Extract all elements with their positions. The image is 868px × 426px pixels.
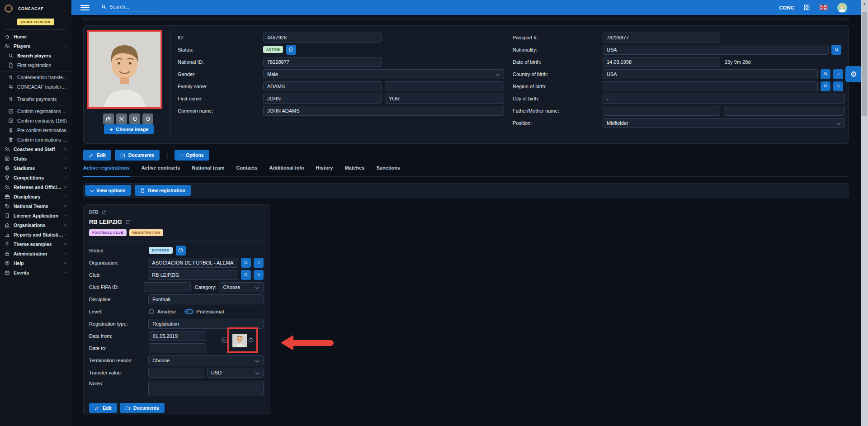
position-select[interactable]: Midfielder [603,118,845,128]
club-input[interactable] [148,270,238,280]
club-fifa-id-input[interactable] [144,282,191,292]
category-select[interactable]: Choose [219,282,264,292]
transfer-value-input[interactable] [148,368,204,378]
sidebar-item[interactable]: Confederation transfers (15) [0,71,71,82]
new-registration-button[interactable]: New registration [135,185,191,196]
choose-image-button[interactable]: + Choose image [104,124,154,134]
tab[interactable]: National team [192,165,224,176]
sidebar-item[interactable]: Search players [0,51,71,60]
kebab-icon[interactable]: ⋮ [163,152,171,159]
organisation-clear-button[interactable] [254,258,264,268]
family-name-input[interactable] [263,81,382,91]
currency-select[interactable]: USD [207,368,264,378]
club-clear-button[interactable] [254,270,264,280]
sidebar-item[interactable]: Coaches and Staff [0,144,71,154]
sidebar-item[interactable]: Licence Application [0,211,71,220]
organisation-input[interactable] [148,258,238,268]
options-button[interactable]: Options [175,150,209,161]
photo-tool-button[interactable] [103,114,114,124]
view-options-button[interactable]: View options [85,185,131,196]
tab[interactable]: Matches [344,165,364,176]
notes-textarea[interactable] [148,381,264,396]
date-from-input[interactable] [149,331,206,341]
apps-grid-icon[interactable] [803,4,810,11]
sidebar-item[interactable]: Events [0,268,71,277]
sidebar-item[interactable]: Players [0,41,71,51]
organisation-search-button[interactable] [241,258,251,268]
highlighted-photo-thumbnail[interactable]: ⓘ [227,327,258,353]
sidebar-item[interactable]: Reports and Statistics [0,230,71,239]
sidebar-item[interactable]: Help [0,258,71,268]
common-name-input[interactable] [263,106,504,116]
reg-documents-button[interactable]: Documents [120,403,165,413]
family-name-alt-input[interactable] [385,81,504,91]
sidebar-item[interactable]: Clubs [0,154,71,163]
nationality-search-button[interactable] [831,45,841,55]
sidebar-item[interactable]: Confirm contracts (166) [0,116,71,125]
tab[interactable]: Active contracts [142,165,180,176]
tab[interactable]: Contacts [236,165,257,176]
sidebar-item[interactable]: CONCACAF transfers (30) [0,82,71,91]
sidebar-item[interactable]: Competitions [0,173,71,182]
sidebar-item[interactable]: Disciplinary [0,192,71,201]
amateur-radio[interactable] [149,309,154,314]
sidebar-item[interactable]: Referees and Officials [0,182,71,192]
reg-edit-button[interactable]: Edit [89,403,117,413]
registration-org-link[interactable]: DFB [89,210,264,215]
photo-tool-button[interactable] [129,114,140,124]
first-name-alt-input[interactable] [385,94,504,104]
club-search-button[interactable] [241,270,251,280]
discipline-input[interactable] [148,294,264,304]
country-search-button[interactable] [821,69,830,79]
dob-input[interactable] [603,57,720,67]
termination-reason-select[interactable]: Choose [148,355,264,365]
sidebar-item[interactable]: Home [0,32,71,41]
user-avatar[interactable] [837,3,847,13]
date-to-input[interactable] [149,343,206,353]
registration-club-link[interactable]: RB LEIPZIG [89,218,264,225]
region-of-birth-input[interactable] [603,81,818,91]
sidebar-item[interactable]: Theme examples [0,239,71,249]
first-name-input[interactable] [263,94,382,104]
sidebar-item[interactable]: Confirm registrations (4449) [0,105,71,116]
settings-gear-button[interactable]: ⚙ [845,66,862,82]
tab[interactable]: Additional info [269,165,304,176]
sidebar-item[interactable]: Stadiums [0,163,71,173]
country-clear-button[interactable] [833,69,843,79]
region-search-button[interactable] [821,81,830,91]
edit-button[interactable]: Edit [83,150,111,161]
sidebar-item[interactable]: Pre-confirm termination [0,125,71,135]
uk-flag-icon[interactable] [819,5,828,10]
id-input[interactable] [263,33,382,43]
mother-name-input[interactable] [724,106,845,116]
sidebar-item[interactable]: Confirm terminations (5) [0,135,71,144]
gender-select[interactable]: Male [263,69,504,79]
sidebar-item[interactable]: Transfer payments [0,93,71,104]
info-icon[interactable]: ⓘ [249,337,253,344]
father-name-input[interactable] [603,106,720,116]
photo-tool-button[interactable] [116,114,127,124]
city-of-birth-input[interactable] [603,94,845,104]
sidebar-item[interactable]: National Teams [0,201,71,211]
tab[interactable]: History [316,165,333,176]
photo-tool-button[interactable] [142,114,153,124]
menu-icon[interactable] [80,4,90,12]
nationality-input[interactable] [603,45,829,55]
tab[interactable]: Sanctions [376,165,400,176]
sidebar-item[interactable]: First registration [0,60,71,70]
page-scrollbar[interactable]: ▲ [861,0,868,426]
search-input[interactable] [109,4,155,9]
status-history-button[interactable] [286,45,296,55]
passport-input[interactable] [603,33,720,43]
reg-status-history-button[interactable] [176,246,186,256]
national-id-input[interactable] [263,57,382,67]
scrollbar-thumb[interactable] [862,12,867,116]
sidebar-item[interactable]: Administration [0,249,71,258]
professional-radio[interactable] [184,309,193,314]
sidebar-item[interactable]: Organisations [0,220,71,230]
region-clear-button[interactable] [833,81,843,91]
org-selector[interactable]: CONC [779,5,794,10]
scroll-up-arrow-icon[interactable]: ▲ [861,2,868,5]
tab[interactable]: Active registrations [83,165,130,177]
country-of-birth-input[interactable] [603,69,818,79]
